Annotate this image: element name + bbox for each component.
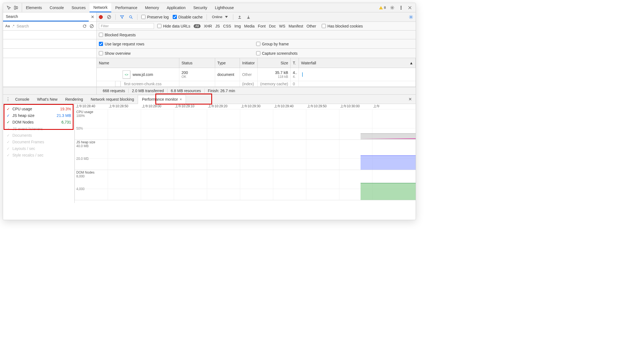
cpu-line-secondary <box>361 138 416 139</box>
drawer-kebab-icon[interactable]: ⋮ <box>5 97 11 102</box>
filter-type-doc[interactable]: Doc <box>269 24 276 28</box>
drawer-close-icon[interactable]: × <box>406 96 414 102</box>
tab-memory[interactable]: Memory <box>141 3 163 12</box>
regex-toggle[interactable]: .* <box>12 24 15 28</box>
waterfall-bar <box>302 72 303 77</box>
warnings-badge[interactable]: 8 <box>379 6 386 10</box>
hide-data-urls-checkbox[interactable]: Hide data URLs <box>157 24 190 28</box>
col-type[interactable]: Type <box>215 58 240 68</box>
svg-point-3 <box>401 6 402 7</box>
tab-network[interactable]: Network <box>90 3 111 12</box>
row-size: (memory cache) <box>260 82 288 86</box>
preserve-log-checkbox[interactable]: Preserve log <box>141 15 169 19</box>
tab-sources[interactable]: Sources <box>68 3 90 12</box>
show-overview-checkbox[interactable]: Show overview <box>99 51 256 56</box>
filter-type-img[interactable]: Img <box>234 24 241 28</box>
chevron-down-icon <box>225 16 228 18</box>
clear-search-icon[interactable] <box>89 24 94 29</box>
filter-all-pill[interactable]: All <box>194 24 201 28</box>
kebab-icon[interactable] <box>399 5 404 10</box>
search-input[interactable] <box>17 24 80 28</box>
filter-type-manifest[interactable]: Manifest <box>289 24 303 28</box>
close-icon[interactable] <box>407 5 412 10</box>
network-filter-bar: Hide data URLs All XHR JS CSS Img Media … <box>97 22 416 30</box>
match-case-toggle[interactable]: Aa <box>5 24 10 28</box>
large-rows-label: Use large request rows <box>105 42 144 46</box>
col-initiator[interactable]: Initiator <box>240 58 258 68</box>
show-overview-label: Show overview <box>105 51 131 56</box>
tab-security[interactable]: Security <box>190 3 211 12</box>
close-search-icon[interactable]: × <box>89 14 96 20</box>
table-row[interactable]: first-screen-chunk.css (index) (memory c… <box>97 81 416 87</box>
tab-application[interactable]: Application <box>163 3 190 12</box>
refresh-search-icon[interactable] <box>82 24 87 29</box>
tab-elements[interactable]: Elements <box>22 3 46 12</box>
upload-har-icon[interactable] <box>237 15 242 20</box>
time-tick-label: 上午10:30:00 <box>339 104 372 109</box>
drawer-tabs: ⋮ Console What's New Rendering Network r… <box>3 95 416 104</box>
time-tick-label: 上午10:28:50 <box>108 104 141 109</box>
disable-cache-checkbox[interactable]: Disable cache <box>173 15 203 19</box>
filter-type-ws[interactable]: WS <box>279 24 285 28</box>
filter-type-other[interactable]: Other <box>307 24 316 28</box>
time-tick-label: 上午10:29:20 <box>207 104 240 109</box>
row-size: 35.7 kB <box>275 70 288 75</box>
filter-type-font[interactable]: Font <box>258 24 266 28</box>
filter-type-css[interactable]: CSS <box>223 24 231 28</box>
table-row[interactable]: <>www.jd.com 200OK document Other 35.7 k… <box>97 68 416 81</box>
check-icon: ✓ <box>6 133 10 138</box>
blocked-cookies-label: Has blocked cookies <box>328 24 363 28</box>
drawer-tab-whatsnew[interactable]: What's New <box>33 95 61 104</box>
col-name[interactable]: Name <box>97 58 179 68</box>
clear-icon[interactable] <box>107 15 112 20</box>
throttling-select[interactable]: Online <box>211 14 229 20</box>
tab-console[interactable]: Console <box>46 3 67 12</box>
filter-type-media[interactable]: Media <box>244 24 255 28</box>
search-tab-label[interactable]: Search <box>3 12 89 21</box>
filter-input[interactable] <box>99 23 154 29</box>
search-icon[interactable] <box>128 15 133 20</box>
group-frame-label: Group by frame <box>262 42 289 46</box>
pm-metric-item[interactable]: ✓Document Frames <box>3 139 74 145</box>
svg-point-5 <box>401 9 402 9</box>
filter-type-xhr[interactable]: XHR <box>204 24 212 28</box>
pm-metric-label: Documents <box>12 133 32 138</box>
col-waterfall[interactable]: Waterfall▲ <box>299 58 416 68</box>
blocked-cookies-checkbox[interactable]: Has blocked cookies <box>322 24 363 28</box>
drawer-tab-rendering[interactable]: Rendering <box>61 95 87 104</box>
pm-charts: 上午10:28:40上午10:28:50上午10:29:00上午10:29:10… <box>75 104 416 203</box>
pm-chart-jsheap: JS heap size 40.0 MB 20.0 MB <box>75 140 416 170</box>
gear-icon[interactable] <box>390 5 395 10</box>
col-time[interactable]: T. <box>291 58 299 68</box>
capture-screenshots-checkbox[interactable]: Capture screenshots <box>256 51 413 56</box>
annotation-highlight <box>4 104 74 130</box>
pm-metric-item[interactable]: ✓Style recalcs / sec <box>3 152 74 158</box>
blocked-requests-checkbox[interactable]: Blocked Requests <box>99 33 136 37</box>
filter-icon[interactable] <box>120 15 125 20</box>
tab-performance[interactable]: Performance <box>111 3 141 12</box>
drawer-tab-blocking[interactable]: Network request blocking <box>87 95 138 104</box>
tab-lighthouse[interactable]: Lighthouse <box>211 3 238 12</box>
row-status-text: OK <box>182 75 213 79</box>
check-icon: ✓ <box>6 153 10 157</box>
search-panel-header: Search × <box>3 12 97 21</box>
group-frame-checkbox[interactable]: Group by frame <box>256 42 413 46</box>
large-rows-checkbox[interactable]: Use large request rows <box>99 42 256 46</box>
inspect-controls <box>3 3 22 12</box>
filter-type-js[interactable]: JS <box>215 24 220 28</box>
network-toolbar: Preserve log Disable cache Online <box>97 12 416 21</box>
network-settings-gear-icon[interactable] <box>408 15 413 20</box>
drawer-tab-console[interactable]: Console <box>11 95 33 104</box>
col-size[interactable]: Size <box>258 58 291 68</box>
pm-metric-item[interactable]: ✓Documents <box>3 132 74 139</box>
device-toolbar-icon[interactable] <box>13 5 18 10</box>
pm-metric-item[interactable]: ✓Layouts / sec <box>3 145 74 152</box>
record-button[interactable] <box>99 15 103 19</box>
download-har-icon[interactable] <box>246 15 251 20</box>
disable-cache-label: Disable cache <box>178 15 203 19</box>
inspect-element-icon[interactable] <box>6 5 11 10</box>
blocked-requests-label: Blocked Requests <box>105 33 136 37</box>
col-status[interactable]: Status <box>179 58 215 68</box>
row-name: first-screen-chunk.css <box>124 82 161 86</box>
check-icon: ✓ <box>6 146 10 151</box>
